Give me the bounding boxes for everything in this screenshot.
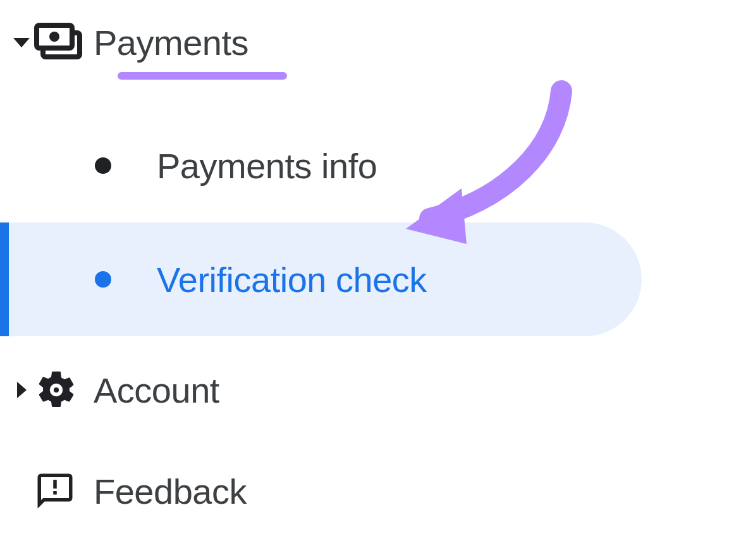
nav-label-feedback: Feedback: [94, 471, 247, 512]
bullet-icon: [95, 157, 111, 174]
payments-icon: [34, 23, 94, 62]
nav-subitem-payments-info[interactable]: Payments info: [0, 109, 642, 222]
nav-label-account: Account: [94, 370, 219, 411]
nav-item-account[interactable]: Account: [0, 355, 734, 425]
svg-rect-5: [53, 480, 57, 489]
gear-icon: [34, 368, 94, 412]
chevron-down-icon[interactable]: [9, 38, 34, 47]
chevron-right-icon[interactable]: [9, 382, 34, 398]
nav-sublabel-verification-check: Verification check: [157, 259, 427, 300]
bullet-icon: [95, 271, 111, 288]
nav-label-payments: Payments: [94, 22, 248, 63]
nav-subitem-verification-check[interactable]: Verification check: [0, 222, 642, 336]
nav-item-feedback[interactable]: Feedback: [0, 456, 734, 526]
sidebar-nav: Payments Payments info Verification chec…: [0, 0, 734, 526]
svg-point-3: [49, 32, 59, 42]
svg-point-4: [54, 387, 59, 393]
nav-sublabel-payments-info: Payments info: [157, 145, 377, 186]
feedback-icon: [34, 470, 94, 512]
nav-item-payments[interactable]: Payments: [0, 8, 734, 77]
svg-rect-6: [53, 491, 57, 495]
